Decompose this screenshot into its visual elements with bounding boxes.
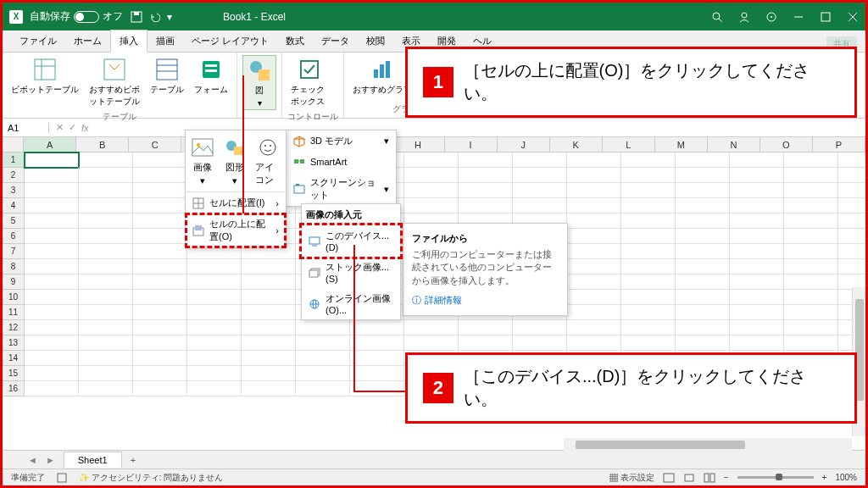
sheet-nav-next[interactable]: ► [46,455,55,465]
cell[interactable] [567,244,621,259]
cell[interactable] [784,336,838,351]
row-header[interactable]: 10 [3,290,25,305]
help-icon[interactable] [765,11,777,23]
cell[interactable] [79,366,133,381]
cell[interactable] [350,366,404,381]
pivot-table-button[interactable]: ピボットテーブル [8,55,82,97]
col-header[interactable]: I [445,137,498,152]
cell[interactable] [25,259,79,274]
cell[interactable] [621,290,676,305]
cell[interactable] [25,290,79,305]
cell[interactable] [567,305,621,320]
col-header[interactable]: C [129,137,181,152]
cell[interactable] [404,198,459,214]
cell[interactable] [730,152,784,168]
cell[interactable] [730,336,784,351]
row-header[interactable]: 13 [3,336,25,351]
cell[interactable] [459,152,513,168]
row-header[interactable]: 3 [3,183,25,198]
cell[interactable] [621,259,676,274]
cell[interactable] [621,244,676,259]
3d-model-item[interactable]: 3D モデル▾ [287,130,396,152]
cell[interactable] [79,152,133,168]
cell[interactable] [784,305,838,320]
cell[interactable] [25,152,79,168]
cell[interactable] [79,320,133,336]
horizontal-scrollbar[interactable] [564,438,852,452]
cell[interactable] [133,366,187,381]
row-header[interactable]: 16 [3,381,25,396]
cell[interactable] [567,320,621,336]
tab-data[interactable]: データ [313,30,358,52]
cell[interactable] [784,320,838,336]
cell[interactable] [79,336,133,351]
cell[interactable] [730,290,784,305]
cell[interactable] [459,336,513,351]
cell[interactable] [730,198,784,214]
cell[interactable] [621,320,676,336]
cell[interactable] [242,351,296,366]
cell[interactable] [676,259,730,274]
tooltip-link[interactable]: ⓘ詳細情報 [412,294,559,307]
cell[interactable] [25,183,79,198]
cell[interactable] [676,320,730,336]
cell[interactable] [567,198,621,214]
col-header[interactable]: P [813,137,865,152]
col-header[interactable]: B [76,137,129,152]
stock-image-item[interactable]: ストック画像...(S) [302,257,400,288]
macro-icon[interactable] [57,473,67,483]
display-settings[interactable]: ▦ 表示設定 [609,472,654,484]
cell[interactable] [242,305,296,320]
tab-draw[interactable]: 描画 [147,30,183,52]
accessibility-status[interactable]: ✨ アクセシビリティ: 問題ありません [79,472,223,484]
cell[interactable] [242,259,296,274]
cell[interactable] [513,152,567,168]
cell[interactable] [25,214,79,229]
cell[interactable] [133,336,187,351]
cell[interactable] [676,152,730,168]
cell[interactable] [25,274,79,290]
zoom-in[interactable]: + [822,473,827,482]
zoom-slider[interactable] [737,476,814,479]
col-header[interactable]: M [655,137,708,152]
cell[interactable] [79,198,133,214]
cell[interactable] [79,381,133,396]
cell[interactable] [133,229,187,244]
screenshot-item[interactable]: スクリーンショット▾ [287,172,396,206]
cell[interactable] [621,168,676,183]
close-icon[interactable] [847,11,859,23]
cell[interactable] [133,320,187,336]
fx-icon[interactable]: fx [81,123,89,133]
cell[interactable] [404,183,459,198]
online-image-item[interactable]: オンライン画像(O)... [302,288,400,319]
cell[interactable] [79,244,133,259]
cell[interactable] [513,198,567,214]
cell[interactable] [784,229,838,244]
cell[interactable] [404,336,459,351]
cell[interactable] [676,214,730,229]
row-header[interactable]: 11 [3,305,25,320]
cell[interactable] [350,351,404,366]
cell[interactable] [459,183,513,198]
checkbox-button[interactable]: チェックボックス [287,55,331,109]
cell[interactable] [187,336,242,351]
cell[interactable] [676,274,730,290]
cell[interactable] [25,351,79,366]
cell[interactable] [730,244,784,259]
smartart-item[interactable]: SmartArt [287,152,396,172]
sheet-nav-prev[interactable]: ◄ [28,455,37,465]
cell[interactable] [242,381,296,396]
cell[interactable] [25,229,79,244]
cell[interactable] [79,290,133,305]
cell[interactable] [567,168,621,183]
cell[interactable] [296,320,350,336]
cell[interactable] [133,351,187,366]
cell[interactable] [25,168,79,183]
cell[interactable] [676,229,730,244]
cell[interactable] [133,168,187,183]
cell[interactable] [621,198,676,214]
undo-icon[interactable] [150,12,160,22]
table-button[interactable]: テーブル [147,55,187,97]
cell[interactable] [567,336,621,351]
cell[interactable] [79,229,133,244]
